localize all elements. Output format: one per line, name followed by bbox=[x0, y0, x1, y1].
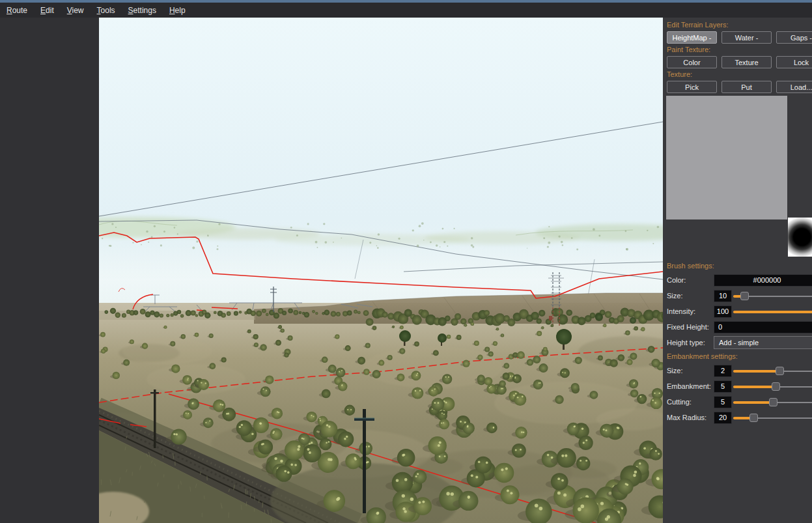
embankment-row: Embankment: 5 bbox=[667, 378, 812, 394]
brush-intensity-label: Intensity: bbox=[667, 307, 714, 315]
slider-thumb[interactable] bbox=[772, 382, 780, 391]
menu-edit[interactable]: Edit bbox=[35, 4, 59, 17]
height-type-label: Height type: bbox=[667, 339, 714, 346]
brush-color-row: Color: #000000 bbox=[667, 272, 812, 288]
cutting-field[interactable]: 5 bbox=[714, 396, 732, 408]
fixed-height-label: Fixed Height: bbox=[667, 323, 714, 331]
route-editor-window: Route Edit View Tools Settings Help bbox=[0, 0, 812, 523]
edit-terrain-layers-label: Edit Terrain Layers: bbox=[667, 21, 812, 29]
viewport-3d[interactable] bbox=[99, 18, 663, 523]
cutting-row: Cutting: 5 bbox=[667, 394, 812, 410]
embankment-label: Embankment: bbox=[667, 382, 714, 390]
gaps-button[interactable]: Gaps - bbox=[776, 31, 812, 44]
paint-texture-label: Paint Texture: bbox=[667, 46, 812, 54]
slider-fill bbox=[733, 311, 812, 313]
texture-label: Texture: bbox=[667, 70, 812, 79]
height-type-row: Height type: Add - simple bbox=[667, 335, 812, 350]
embankment-size-slider[interactable] bbox=[733, 366, 812, 376]
embankment-size-field[interactable]: 2 bbox=[714, 365, 732, 377]
fixed-height-field[interactable]: 0 bbox=[714, 321, 812, 333]
pick-button[interactable]: Pick bbox=[667, 81, 717, 93]
brush-settings-label: Brush settings: bbox=[667, 262, 812, 270]
brush-intensity-row: Intensity: 100 bbox=[667, 304, 812, 319]
slider-thumb[interactable] bbox=[740, 292, 749, 300]
brush-size-slider[interactable] bbox=[733, 291, 812, 301]
terrain-tools-panel: Edit Terrain Layers: HeightMap - Water -… bbox=[663, 18, 812, 523]
cutting-label: Cutting: bbox=[667, 398, 714, 406]
menu-view[interactable]: View bbox=[62, 4, 89, 17]
load-button[interactable]: Load... bbox=[776, 81, 812, 93]
menu-bar: Route Edit View Tools Settings Help bbox=[0, 3, 812, 18]
embankment-size-label: Size: bbox=[667, 367, 714, 375]
brush-intensity-field[interactable]: 100 bbox=[714, 305, 732, 318]
brush-size-row: Size: 10 bbox=[667, 288, 812, 304]
lock-button[interactable]: Lock bbox=[776, 56, 812, 68]
height-type-dropdown[interactable]: Add - simple bbox=[714, 336, 812, 349]
texture-preview[interactable] bbox=[666, 96, 787, 219]
cutting-slider[interactable] bbox=[733, 397, 812, 407]
color-mode-button[interactable]: Color bbox=[667, 56, 717, 68]
terrain-layer-buttons: HeightMap - Water - Gaps - bbox=[667, 31, 812, 44]
slider-thumb[interactable] bbox=[769, 398, 777, 406]
water-button[interactable]: Water - bbox=[721, 31, 772, 44]
menu-tools[interactable]: Tools bbox=[92, 4, 120, 17]
brush-shape-preview[interactable] bbox=[788, 218, 812, 257]
texture-mode-button[interactable]: Texture bbox=[721, 56, 772, 68]
put-button[interactable]: Put bbox=[721, 81, 772, 93]
brush-intensity-slider[interactable] bbox=[733, 307, 812, 317]
brush-size-field[interactable]: 10 bbox=[714, 290, 732, 302]
menu-route[interactable]: Route bbox=[1, 4, 33, 17]
slider-fill bbox=[733, 386, 776, 388]
heightmap-button[interactable]: HeightMap - bbox=[667, 31, 717, 44]
left-gutter bbox=[0, 18, 99, 523]
menu-help[interactable]: Help bbox=[164, 4, 191, 17]
slider-fill bbox=[733, 370, 780, 373]
embankment-settings-label: Embankment settings: bbox=[667, 352, 812, 361]
slider-thumb[interactable] bbox=[749, 414, 758, 422]
brush-color-field[interactable]: #000000 bbox=[714, 274, 812, 287]
terrain-scene bbox=[99, 18, 663, 523]
embankment-slider[interactable] bbox=[733, 382, 812, 391]
brush-softness-icon bbox=[788, 218, 812, 257]
brush-color-label: Color: bbox=[667, 276, 714, 284]
max-radius-label: Max Radius: bbox=[667, 414, 714, 421]
embankment-field[interactable]: 5 bbox=[714, 380, 732, 393]
texture-buttons: Pick Put Load... bbox=[667, 81, 812, 93]
brush-size-label: Size: bbox=[667, 292, 714, 300]
menu-settings[interactable]: Settings bbox=[123, 4, 161, 17]
max-radius-field[interactable]: 20 bbox=[714, 412, 732, 424]
slider-fill bbox=[733, 401, 774, 404]
max-radius-row: Max Radius: 20 bbox=[667, 410, 812, 425]
paint-texture-buttons: Color Texture Lock bbox=[667, 56, 812, 68]
max-radius-slider[interactable] bbox=[733, 413, 812, 423]
slider-thumb[interactable] bbox=[776, 367, 784, 375]
embankment-size-row: Size: 2 bbox=[667, 363, 812, 378]
fixed-height-row: Fixed Height: 0 bbox=[667, 319, 812, 335]
